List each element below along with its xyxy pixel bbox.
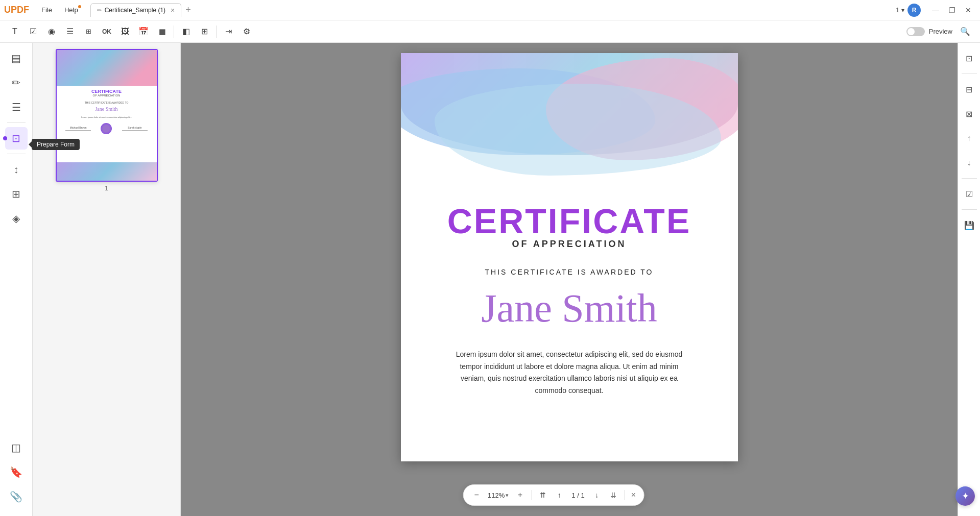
sidebar-convert-btn[interactable]: ↕ (5, 158, 28, 181)
sidebar-attach-btn[interactable]: 📎 (5, 485, 28, 508)
sidebar-stamp-btn[interactable]: ◈ (5, 207, 28, 230)
thumb-header (57, 50, 157, 86)
tooltip-prepare-form: Prepare Form (32, 139, 80, 150)
zoom-out-btn[interactable]: − (469, 488, 484, 502)
thumb-awarded: THIS CERTIFICATE IS AWARDED TO (57, 101, 157, 104)
cert-body-text: Lorem ipsum dolor sit amet, consectetur … (447, 349, 692, 397)
nav-next-btn[interactable]: ↓ (590, 488, 604, 502)
page-info: 1 / 1 (568, 492, 587, 499)
radio-tool-btn[interactable]: ◉ (43, 23, 60, 40)
sidebar-layers-btn[interactable]: ◫ (5, 436, 28, 459)
sidebar-annotate-btn[interactable]: ✏ (5, 71, 28, 94)
zoom-level-display: 112% ▾ (486, 492, 511, 499)
zoom-dropdown-btn[interactable]: ▾ (506, 492, 509, 499)
thumb-bottom-deco (57, 162, 157, 181)
search-btn[interactable]: 🔍 (957, 23, 974, 40)
titlebar-right: 1 ▾ R — ❐ ✕ (896, 3, 976, 18)
preview-label: Preview (929, 28, 952, 35)
maximize-btn[interactable]: ❐ (944, 3, 960, 18)
right-tool-5-btn[interactable]: ↓ (958, 152, 981, 174)
doc-content: CERTIFICATE OF APPRECIATION THIS CERTIFI… (401, 186, 738, 417)
align-tool-btn[interactable]: ◧ (177, 23, 195, 40)
main-area: ▤ ✏ ☰ ⊡ ↕ ⊞ ◈ ◫ 🔖 📎 Prepare Form CERTIFI… (0, 43, 980, 516)
nav-prev-btn[interactable]: ↑ (552, 488, 566, 502)
right-tool-1-btn[interactable]: ⊡ (958, 47, 981, 69)
sidebar-edit-btn[interactable]: ☰ (5, 96, 28, 118)
right-tool-7-btn[interactable]: 💾 (958, 214, 981, 236)
cert-title: CERTIFICATE (432, 201, 707, 241)
zoom-in-btn[interactable]: + (513, 488, 527, 502)
left-sidebar: ▤ ✏ ☰ ⊡ ↕ ⊞ ◈ ◫ 🔖 📎 Prepare Form (0, 43, 33, 516)
menu-help[interactable]: Help (60, 4, 82, 16)
doc-top-decoration (401, 53, 738, 186)
thumbnail-panel: CERTIFICATE OF APPRECIATION THIS CERTIFI… (33, 43, 181, 516)
cert-awarded-text: THIS CERTIFICATE IS AWARDED TO (432, 268, 707, 276)
toolbar-sep-2 (216, 26, 217, 38)
sidebar-form-btn[interactable]: ⊡ (5, 127, 28, 150)
zoom-percentage: 112% (488, 492, 505, 499)
zoom-close-btn[interactable]: × (629, 490, 638, 500)
sidebar-pages-btn[interactable]: ▤ (5, 47, 28, 69)
preview-switch[interactable] (906, 27, 925, 36)
thumbnail-page-img[interactable]: CERTIFICATE OF APPRECIATION THIS CERTIFI… (56, 49, 158, 182)
cert-recipient-name: Jane Smith (432, 286, 707, 330)
right-tool-6-btn[interactable]: ☑ (958, 183, 981, 205)
arrow-tool-btn[interactable]: ⇥ (220, 23, 237, 40)
thumbnail-page-1[interactable]: CERTIFICATE OF APPRECIATION THIS CERTIFI… (39, 49, 174, 192)
tab-area: ✏ Certificate_Sample (1) × + (90, 3, 892, 17)
close-btn[interactable]: ✕ (961, 3, 976, 18)
sidebar-sep-2 (7, 154, 26, 154)
tab-certificate[interactable]: ✏ Certificate_Sample (1) × (90, 3, 182, 17)
user-avatar[interactable]: R (907, 4, 921, 17)
page-indicator: 1 ▾ (896, 7, 904, 14)
page-current: 1 (571, 492, 575, 499)
new-tab-btn[interactable]: + (182, 5, 194, 15)
settings-tool-btn[interactable]: ⚙ (238, 23, 255, 40)
nav-bottom-btn[interactable]: ⇊ (606, 488, 620, 502)
right-tool-2-btn[interactable]: ⊟ (958, 78, 981, 101)
document-viewer[interactable]: CERTIFICATE OF APPRECIATION THIS CERTIFI… (181, 43, 958, 516)
thumbnail-page-number: 1 (105, 185, 108, 192)
titlebar: UPDF File Help ✏ Certificate_Sample (1) … (0, 0, 980, 20)
app-logo: UPDF (4, 5, 29, 15)
zoom-bar: − 112% ▾ + ⇈ ↑ 1 / 1 ↓ ⇊ × (463, 484, 644, 506)
minimize-btn[interactable]: — (928, 3, 943, 18)
thumb-sig2: Sarah Apple (122, 126, 148, 131)
right-sep-3 (962, 209, 977, 210)
right-tool-3-btn[interactable]: ⊠ (958, 103, 981, 125)
right-sidebar: ⊡ ⊟ ⊠ ↑ ↓ ☑ 💾 (958, 43, 980, 516)
thumb-title: CERTIFICATE (57, 89, 157, 94)
text-tool-btn[interactable]: T (6, 23, 23, 40)
tab-edit-icon: ✏ (97, 7, 102, 14)
grid-tool-btn[interactable]: ⊞ (196, 23, 213, 40)
barcode-tool-btn[interactable]: ▦ (153, 23, 171, 40)
list-tool-btn[interactable]: ☰ (61, 23, 79, 40)
ai-chat-btn[interactable]: ✦ (955, 486, 975, 506)
toolbar: T ☑ ◉ ☰ ⊞ OK 🖼 📅 ▦ ◧ ⊞ ⇥ ⚙ Preview 🔍 (0, 20, 980, 43)
image-tool-btn[interactable]: 🖼 (116, 23, 134, 40)
toolbar-right: Preview 🔍 (906, 23, 974, 40)
zoom-sep-1 (531, 490, 532, 500)
sidebar-organize-btn[interactable]: ⊞ (5, 183, 28, 205)
table-tool-btn[interactable]: ⊞ (80, 23, 97, 40)
tab-close-btn[interactable]: × (171, 6, 175, 14)
zoom-sep-2 (625, 490, 625, 500)
thumb-seal (101, 123, 112, 134)
calendar-tool-btn[interactable]: 📅 (135, 23, 152, 40)
window-controls: — ❐ ✕ (928, 3, 976, 18)
thumb-sig1: Michael Brown (65, 126, 91, 131)
thumb-footer: Michael Brown Sarah Apple (57, 123, 157, 134)
ok-tool-btn[interactable]: OK (98, 23, 115, 40)
right-sep-1 (962, 73, 977, 74)
page-total: 1 (581, 492, 584, 499)
sidebar-sep-1 (7, 122, 26, 123)
document-page: CERTIFICATE OF APPRECIATION THIS CERTIFI… (401, 53, 738, 461)
sidebar-bookmark-btn[interactable]: 🔖 (5, 461, 28, 483)
nav-top-btn[interactable]: ⇈ (536, 488, 550, 502)
right-tool-4-btn[interactable]: ↑ (958, 127, 981, 150)
menu-file[interactable]: File (37, 4, 56, 16)
thumb-body: Lorem ipsum dolor sit amet consectetur a… (62, 116, 152, 119)
toolbar-sep-1 (174, 26, 174, 38)
preview-toggle[interactable]: Preview (906, 27, 952, 36)
checkbox-tool-btn[interactable]: ☑ (25, 23, 42, 40)
